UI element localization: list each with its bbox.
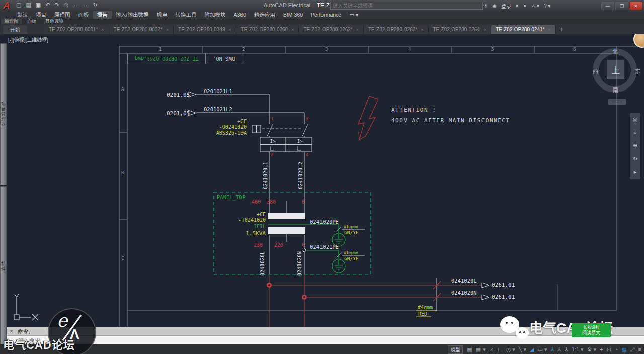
viewport-controls[interactable]: [-][俯视][二维线框]: [8, 36, 48, 43]
graphics-performance-icon[interactable]: ◔: [613, 346, 620, 352]
wechat-read-badge: 长按识别 阅读原文: [572, 323, 611, 337]
terminal-number: 4: [306, 152, 308, 157]
grid-icon[interactable]: ▦: [465, 346, 473, 353]
tab-close-icon[interactable]: ×: [291, 27, 294, 32]
titlebar: A ▢ ▤ ▣ ↶ ↷ ⎙ ← → ↻ AutoCAD Electrical T…: [0, 0, 644, 12]
person-icon[interactable]: ◉: [492, 3, 497, 9]
autoscale-icon[interactable]: ⅄: [556, 346, 562, 353]
tab-close-icon[interactable]: ×: [421, 27, 423, 32]
terminal-number: 1: [271, 116, 273, 121]
annotation-visibility-icon[interactable]: ⅄: [549, 346, 556, 353]
isodraft-icon[interactable]: ╲ ▾: [517, 346, 528, 353]
drawing-tab[interactable]: TE-Z02-OP280-0262*×: [299, 25, 364, 34]
panel-panel[interactable]: 面板: [24, 19, 40, 24]
orbit-icon[interactable]: ↻: [633, 156, 637, 162]
ribbon-tab-default[interactable]: 默认: [13, 11, 32, 19]
viewcube-north[interactable]: 北: [612, 47, 618, 55]
wcs-dropdown[interactable]: WCS ▾: [608, 99, 626, 105]
lightning-icon: [358, 96, 378, 140]
cable-size: #4qmm: [418, 305, 433, 310]
ribbon-tab-project[interactable]: 项目: [32, 11, 50, 19]
tab-close-icon[interactable]: ×: [484, 27, 486, 32]
clean-screen-icon[interactable]: ▨: [620, 346, 628, 353]
dwg-no-value: TE-Z02-OP280-0241.dwg: [135, 56, 198, 61]
viewcube-top-face[interactable]: 上: [607, 60, 624, 79]
ortho-icon[interactable]: ∟: [496, 346, 504, 352]
tab-close-icon[interactable]: ×: [356, 27, 359, 32]
zoom-icon[interactable]: ⊕: [633, 142, 637, 149]
model-space-button[interactable]: 模型: [448, 345, 463, 354]
ribbon-tab-performance[interactable]: Performance: [307, 11, 345, 19]
keyboard-icon[interactable]: ⠿: [484, 3, 488, 9]
drawing-tab[interactable]: TE-Z02-OP280-0001*×: [44, 25, 109, 34]
crosshair-icon[interactable]: +: [598, 346, 604, 352]
dynamic-input-icon[interactable]: ▭ ▾: [536, 346, 549, 353]
customize-menu-icon[interactable]: ≡: [637, 346, 643, 352]
attention-title: ATTENTION !: [391, 107, 436, 113]
palette-properties[interactable]: 特性: [0, 186, 7, 347]
palette-project-manager[interactable]: 项目管理器: [0, 43, 7, 185]
ribbon-tab-panel[interactable]: 面板: [74, 11, 93, 19]
nav-wheel-icon[interactable]: ◎: [633, 116, 638, 123]
drawing-tab[interactable]: TE-Z02-OP280-0264×: [429, 25, 492, 34]
search-input[interactable]: [330, 2, 483, 10]
annotation-scale-icon[interactable]: ⅄: [563, 346, 570, 353]
ribbon-tab-conversion[interactable]: 转换工具: [171, 11, 200, 19]
drawing-tab[interactable]: TE-Z02-OP280-0349×: [174, 25, 236, 34]
pan-icon[interactable]: ⌕: [633, 129, 636, 136]
command-close-icon[interactable]: ✕: [10, 329, 14, 334]
scale-value[interactable]: 1:1 ▾: [570, 346, 585, 353]
ribbon-tab-a360[interactable]: A360: [229, 11, 250, 19]
tab-close-icon[interactable]: ×: [101, 27, 104, 32]
restore-button[interactable]: ❐: [615, 2, 628, 10]
ribbon-tab-schematic[interactable]: 原理图: [50, 11, 74, 19]
drawing-tab[interactable]: TE-Z02-OP280-0268×: [236, 25, 299, 34]
ribbon-tab-reports[interactable]: 报告: [93, 11, 112, 19]
ribbon-tab-electromechanical[interactable]: 机电: [152, 11, 171, 19]
ribbon-tab-addins[interactable]: 附加模块: [200, 11, 229, 19]
signin-caret-icon[interactable]: ▾: [516, 3, 518, 9]
isolate-objects-icon[interactable]: ⊡: [605, 346, 612, 353]
workspace-gear-icon[interactable]: ⚙ ▾: [586, 346, 598, 353]
ribbon-tab-bim360[interactable]: BIM 360: [279, 11, 307, 19]
fullscreen-icon[interactable]: ⤢: [629, 346, 636, 353]
object-snap-icon[interactable]: ◢: [528, 346, 535, 353]
panel-other-options[interactable]: 其他选项: [42, 19, 67, 24]
viewcube-west[interactable]: 西: [593, 67, 598, 75]
tab-close-icon[interactable]: ×: [548, 27, 550, 32]
autodesk-x-icon[interactable]: ✕: [523, 3, 527, 9]
panel-schematic[interactable]: 原理图: [1, 19, 22, 24]
ucs-icon: [14, 294, 38, 320]
new-drawing-tab-button[interactable]: +: [556, 24, 568, 34]
minimize-button[interactable]: —: [601, 2, 614, 10]
schematic-linework[interactable]: [0, 0, 644, 354]
viewcube-south[interactable]: 南: [613, 85, 618, 94]
viewcube-east[interactable]: 东: [635, 67, 640, 75]
wire-label-vertical: 0241020L2: [298, 162, 303, 189]
tab-close-icon[interactable]: ×: [228, 27, 231, 32]
tap-voltage: 230: [250, 242, 263, 248]
status-bar: 模型 ▦ ▦ ▾ ⊿ ∟ ◷ ▾ ╲ ▾ ◢ ▭ ▾ ⅄ ⅄ ⅄ 1:1 ▾ ⚙…: [0, 344, 644, 354]
source-ref: 0201,05: [167, 92, 190, 98]
drawing-tab-active[interactable]: TE-Z02-OP280-0241*×: [491, 25, 556, 34]
snap-mode-icon[interactable]: ▦ ▾: [474, 346, 487, 353]
infer-constraints-icon[interactable]: ⊿: [488, 346, 495, 353]
tab-close-icon[interactable]: ×: [166, 27, 169, 32]
tab-start[interactable]: 开始: [3, 25, 27, 34]
a360-icon[interactable]: △ ▾: [531, 3, 539, 9]
command-prompt-text: 命令:: [18, 327, 30, 335]
ribbon-tab-featured-apps[interactable]: 精选应用: [250, 11, 279, 19]
transformer-tag: -T0241020: [230, 217, 266, 223]
drawing-tab[interactable]: TE-Z02-OP280-0002*×: [109, 25, 174, 34]
help-icon[interactable]: ? ▾: [544, 3, 550, 9]
signin-button[interactable]: 登录: [501, 2, 511, 10]
ribbon-tab-import-export[interactable]: 输入/输出数据: [112, 11, 153, 19]
source-ref: 0201,05: [167, 110, 190, 117]
ribbon-overflow-icon[interactable]: ▭ ▾: [345, 11, 362, 19]
nav-more-icon[interactable]: ▸: [634, 169, 637, 175]
polar-tracking-icon[interactable]: ◷ ▾: [505, 346, 517, 353]
terminal-number: 3: [306, 116, 308, 121]
cable-color: RED: [418, 311, 427, 317]
close-button[interactable]: ✕: [629, 2, 642, 10]
drawing-tab[interactable]: TE-Z02-OP280-0263*×: [364, 25, 429, 34]
